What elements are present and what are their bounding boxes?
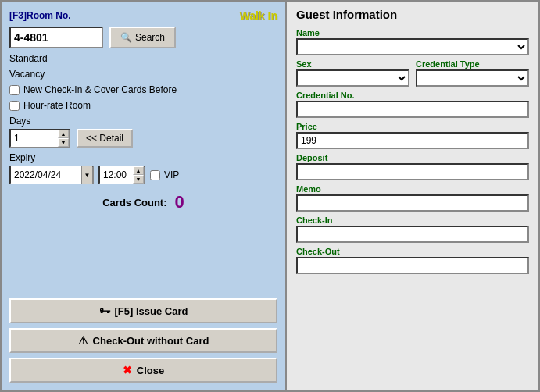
memo-field-group: Memo: [296, 184, 529, 212]
days-input[interactable]: [11, 130, 58, 147]
deposit-input[interactable]: [296, 163, 529, 180]
price-field-group: Price: [296, 122, 529, 149]
checkout-label: Check-Out without Card: [93, 335, 209, 347]
memo-label: Memo: [296, 184, 529, 194]
hour-rate-row: Hour-rate Room: [9, 100, 277, 111]
left-panel: [F3]Room No. Walk In 🔍 Search Standard V…: [2, 2, 287, 390]
deposit-field-group: Deposit: [296, 153, 529, 180]
room-type-text: Standard: [9, 53, 48, 64]
walk-in-label: Walk In: [240, 9, 278, 22]
search-button-label: Search: [135, 32, 165, 43]
time-spin-down[interactable]: ▼: [133, 175, 144, 184]
checkin-field-group: Check-In: [296, 216, 529, 243]
detail-button[interactable]: << Detail: [77, 129, 133, 148]
hour-rate-checkbox[interactable]: [9, 101, 20, 111]
hour-rate-label: Hour-rate Room: [23, 100, 91, 111]
close-icon: ✖: [123, 364, 132, 376]
room-number-input[interactable]: [9, 27, 103, 48]
time-spin-up[interactable]: ▲: [133, 166, 144, 175]
time-spinner: ▲ ▼: [133, 166, 144, 184]
search-icon: 🔍: [120, 32, 132, 43]
action-buttons: 🗝 [F5] Issue Card ⚠ Check-Out without Ca…: [9, 298, 277, 383]
vacancy: Vacancy: [9, 69, 277, 80]
expiry-input-wrap: ▼: [9, 166, 94, 184]
checkin-input[interactable]: [296, 226, 529, 243]
detail-button-label: << Detail: [86, 133, 123, 144]
expiry-section: Expiry ▼ ▲ ▼ VIP: [9, 152, 277, 184]
credential-no-label: Credential No.: [296, 91, 529, 100]
price-input[interactable]: [296, 132, 529, 149]
cards-count-row: Cards Count: 0: [9, 192, 277, 212]
vip-checkbox[interactable]: [150, 170, 160, 180]
key-icon: 🗝: [99, 305, 110, 317]
credential-no-field-group: Credential No.: [296, 91, 529, 118]
credential-type-label: Credential Type: [416, 59, 529, 69]
days-input-wrap: ▲ ▼: [9, 129, 70, 148]
credential-type-field-group: Credential Type: [416, 59, 529, 87]
panel-title: Guest Information: [296, 8, 529, 21]
expiry-label: Expiry: [9, 152, 277, 163]
close-label: Close: [137, 365, 164, 376]
new-checkin-checkbox[interactable]: [9, 85, 20, 95]
price-label: Price: [296, 122, 529, 131]
room-type: Standard: [9, 53, 277, 64]
vip-label: VIP: [164, 169, 179, 180]
cards-count-label: Cards Count:: [102, 197, 166, 208]
name-label: Name: [296, 28, 529, 37]
checkout-input[interactable]: [296, 257, 529, 274]
right-panel: Guest Information Name Sex Credential Ty…: [287, 2, 538, 390]
sex-label: Sex: [296, 59, 409, 69]
name-select[interactable]: [296, 38, 529, 55]
cards-count-value: 0: [175, 192, 184, 212]
days-label: Days: [9, 116, 277, 127]
issue-card-button[interactable]: 🗝 [F5] Issue Card: [9, 298, 277, 323]
checkout-button[interactable]: ⚠ Check-Out without Card: [9, 328, 277, 353]
sex-field-group: Sex: [296, 59, 409, 87]
credential-no-input[interactable]: [296, 101, 529, 118]
warning-icon: ⚠: [78, 334, 88, 347]
vacancy-text: Vacancy: [9, 69, 45, 80]
time-input-wrap: ▲ ▼: [98, 166, 145, 184]
checkin-label: Check-In: [296, 216, 529, 225]
room-number-row: 🔍 Search: [9, 27, 277, 48]
expiry-dropdown-arrow[interactable]: ▼: [81, 166, 92, 184]
checkout-label: Check-Out: [296, 247, 529, 256]
room-header: [F3]Room No. Walk In: [9, 9, 277, 22]
new-checkin-row: New Check-In & Cover Cards Before: [9, 84, 277, 95]
issue-card-label: [F5] Issue Card: [115, 305, 188, 317]
room-label: [F3]Room No.: [9, 10, 71, 21]
credential-type-select[interactable]: [416, 69, 529, 87]
time-input[interactable]: [100, 166, 133, 184]
checkout-field-group: Check-Out: [296, 247, 529, 274]
days-spin-up[interactable]: ▲: [58, 130, 69, 138]
expiry-input[interactable]: [11, 166, 81, 184]
deposit-label: Deposit: [296, 153, 529, 162]
sex-select[interactable]: [296, 69, 409, 87]
days-spin-down[interactable]: ▼: [58, 138, 69, 147]
new-checkin-label: New Check-In & Cover Cards Before: [23, 84, 177, 95]
days-section: Days ▲ ▼ << Detail: [9, 116, 277, 148]
search-button[interactable]: 🔍 Search: [109, 27, 176, 48]
close-button[interactable]: ✖ Close: [9, 358, 277, 383]
sex-credential-row: Sex Credential Type: [296, 59, 529, 87]
vip-row: VIP: [150, 169, 179, 180]
days-spinner: ▲ ▼: [58, 130, 69, 147]
name-field-group: Name: [296, 28, 529, 55]
memo-input[interactable]: [296, 194, 529, 212]
